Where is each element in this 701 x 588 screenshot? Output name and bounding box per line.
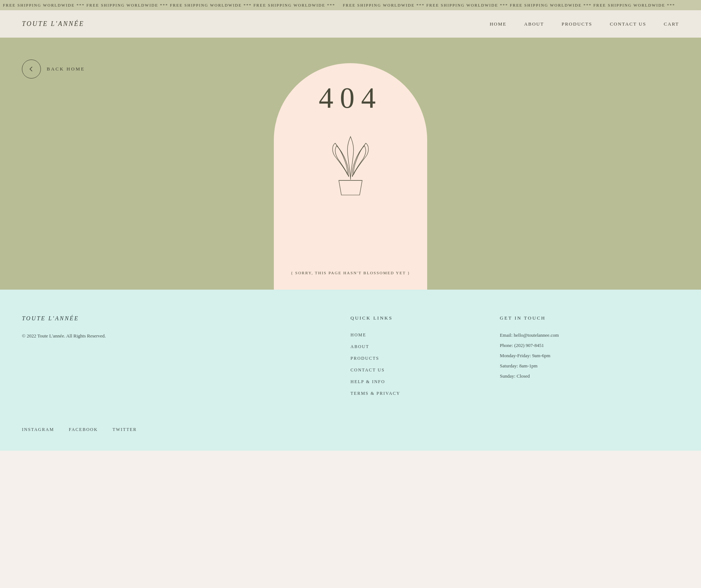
footer-social: INSTAGRAM FACEBOOK TWITTER <box>22 427 679 432</box>
footer-hours-sunday: Sunday: Closed <box>500 372 679 380</box>
footer-hours-weekday: Monday-Friday: 9am-6pm <box>500 352 679 360</box>
footer-email: Email: hello@toutelannee.com <box>500 331 679 339</box>
get-in-touch-title: GET IN TOUCH <box>500 315 679 321</box>
back-circle-button[interactable] <box>22 60 41 79</box>
back-home-label: BACK HOME <box>47 66 85 72</box>
list-item: ABOUT <box>350 343 500 350</box>
footer-top: TOUTE L'ANNÉE © 2022 Toute L'année. All … <box>22 315 679 401</box>
footer-link-products[interactable]: PRODUCTS <box>350 356 379 361</box>
social-facebook[interactable]: FACEBOOK <box>69 427 98 432</box>
ticker-text: FREE SHIPPING WORLDWIDE *** FREE SHIPPIN… <box>0 3 678 7</box>
error-code: 404 <box>319 81 382 115</box>
plant-illustration <box>321 129 380 202</box>
quick-links-list: HOME ABOUT PRODUCTS CONTACT US HELP & IN… <box>350 331 500 396</box>
nav-about[interactable]: ABOUT <box>524 21 544 27</box>
footer-link-terms[interactable]: TERMS & PRIVACY <box>350 391 400 396</box>
footer-copyright: © 2022 Toute L'année. All Rights Reserve… <box>22 332 350 340</box>
nav-cart[interactable]: CART <box>664 21 679 27</box>
nav-products[interactable]: PRODUCTS <box>562 21 592 27</box>
site-header: TOUTE L'ANNÉE HOME ABOUT PRODUCTS CONTAC… <box>0 10 701 38</box>
list-item: HELP & INFO <box>350 378 500 385</box>
main-nav: HOME ABOUT PRODUCTS CONTACT US CART <box>490 21 679 27</box>
arch-panel: 404 { SORRY, THIS PAGE HASN'T BLOSSOMED … <box>274 63 427 290</box>
back-home-link[interactable]: BACK HOME <box>22 60 85 79</box>
footer-contact: GET IN TOUCH Email: hello@toutelannee.co… <box>500 315 679 401</box>
site-footer: TOUTE L'ANNÉE © 2022 Toute L'année. All … <box>0 290 701 451</box>
error-main: BACK HOME 404 { SORRY, THIS PAGE HASN'T … <box>0 38 701 290</box>
footer-quick-links: QUICK LINKS HOME ABOUT PRODUCTS CONTACT … <box>350 315 500 401</box>
footer-link-about[interactable]: ABOUT <box>350 344 369 349</box>
social-instagram[interactable]: INSTAGRAM <box>22 427 54 432</box>
arrow-left-icon <box>28 66 35 72</box>
footer-link-home[interactable]: HOME <box>350 332 366 337</box>
footer-link-help[interactable]: HELP & INFO <box>350 379 385 384</box>
footer-phone: Phone: (202) 907-8451 <box>500 341 679 350</box>
nav-contact[interactable]: CONTACT US <box>610 21 646 27</box>
list-item: CONTACT US <box>350 366 500 373</box>
footer-brand: TOUTE L'ANNÉE © 2022 Toute L'année. All … <box>22 315 350 401</box>
social-twitter[interactable]: TWITTER <box>112 427 137 432</box>
list-item: PRODUCTS <box>350 355 500 361</box>
shipping-ticker: FREE SHIPPING WORLDWIDE *** FREE SHIPPIN… <box>0 0 701 10</box>
footer-logo: TOUTE L'ANNÉE <box>22 315 350 322</box>
sorry-message: { SORRY, THIS PAGE HASN'T BLOSSOMED YET … <box>291 241 410 275</box>
nav-home[interactable]: HOME <box>490 21 506 27</box>
quick-links-title: QUICK LINKS <box>350 315 500 321</box>
footer-link-contact[interactable]: CONTACT US <box>350 367 385 373</box>
list-item: TERMS & PRIVACY <box>350 390 500 396</box>
list-item: HOME <box>350 331 500 338</box>
footer-hours-saturday: Saturday: 8am-1pm <box>500 362 679 370</box>
site-logo[interactable]: TOUTE L'ANNÉE <box>22 20 84 28</box>
